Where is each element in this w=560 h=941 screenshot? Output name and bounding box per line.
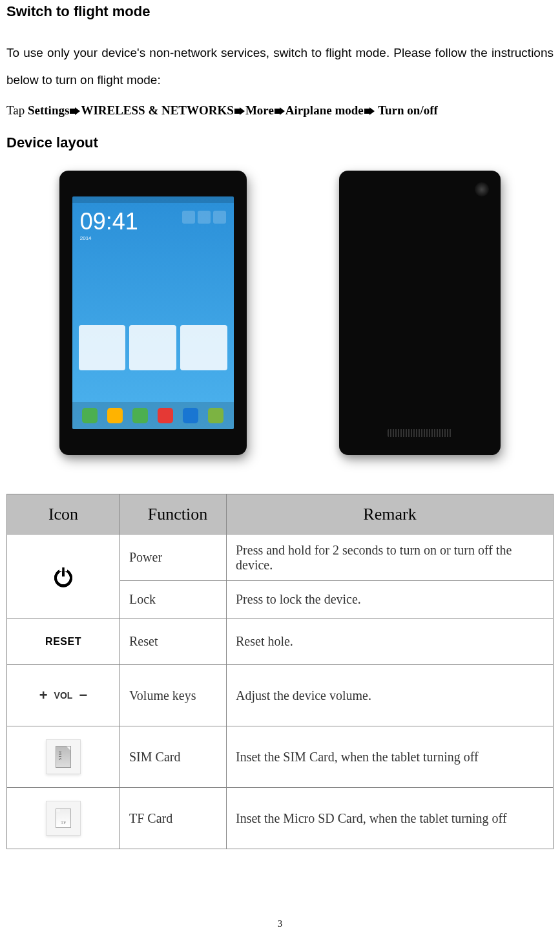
table-cell-function: Power (120, 534, 227, 581)
heading-device-layout: Device layout (6, 134, 554, 151)
device-back-image (339, 171, 501, 455)
screen-date: 2014 (72, 235, 234, 241)
device-screen: 09:41 2014 (72, 196, 234, 429)
instruction-step-airplane: Airplane mode (285, 103, 364, 117)
arrow-icon (275, 104, 285, 118)
table-row: RESET Reset Reset hole. (7, 619, 554, 665)
power-icon (7, 534, 119, 618)
table-cell-remark: Reset hole. (227, 619, 554, 665)
table-cell-remark: Inset the SIM Card, when the tablet turn… (227, 726, 554, 788)
arrow-icon (70, 104, 80, 118)
table-row: Power Press and hold for 2 seconds to tu… (7, 534, 554, 581)
heading-flight-mode: Switch to flight mode (6, 3, 554, 20)
device-layout-images: 09:41 2014 (6, 171, 554, 455)
volume-icon: + VOL − (7, 665, 119, 726)
instruction-line: Tap SettingsWIRELESS & NETWORKSMoreAirpl… (6, 103, 554, 119)
instruction-step-wireless: WIRELESS & NETWORKS (81, 103, 234, 117)
sim-card-icon: SIM (7, 726, 119, 787)
table-header-remark: Remark (227, 494, 554, 534)
icon-function-table: Icon Function Remark (6, 494, 554, 849)
plus-icon: + (39, 688, 48, 703)
table-row: SIM SIM Card Inset the SIM Card, when th… (7, 726, 554, 788)
flight-mode-paragraph: To use only your device's non-network se… (6, 39, 554, 94)
table-row: TF TF Card Inset the Micro SD Card, when… (7, 788, 554, 849)
device-front-image: 09:41 2014 (59, 171, 247, 455)
instruction-tap: Tap (6, 103, 28, 117)
table-cell-function: Volume keys (120, 665, 227, 726)
arrow-icon (364, 104, 375, 118)
reset-icon: RESET (7, 619, 119, 664)
table-cell-remark: Press and hold for 2 seconds to turn on … (227, 534, 554, 581)
table-header-icon: Icon (7, 494, 120, 534)
table-cell-remark: Inset the Micro SD Card, when the tablet… (227, 788, 554, 849)
table-cell-function: SIM Card (120, 726, 227, 788)
instruction-step-more: More (245, 103, 274, 117)
table-cell-function: TF Card (120, 788, 227, 849)
table-row: + VOL − Volume keys Adjust the device vo… (7, 665, 554, 726)
arrow-icon (234, 104, 245, 118)
speaker-grill-icon (388, 429, 452, 437)
table-cell-remark: Press to lock the device. (227, 581, 554, 619)
instruction-step-toggle: Turn on/off (375, 103, 438, 117)
table-cell-function: Reset (120, 619, 227, 665)
table-cell-function: Lock (120, 581, 227, 619)
camera-lens-icon (475, 182, 489, 196)
minus-icon: − (79, 688, 87, 703)
page-number: 3 (0, 919, 560, 929)
table-cell-remark: Adjust the device volume. (227, 665, 554, 726)
tf-card-icon: TF (7, 788, 119, 849)
table-header-function: Function (120, 494, 227, 534)
instruction-step-settings: Settings (28, 103, 69, 117)
